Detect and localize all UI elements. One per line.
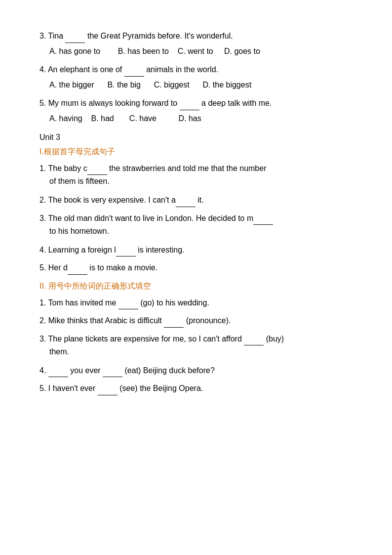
unit3-q5: 5. Her d is to make a movie. — [39, 261, 353, 275]
blank-u3-1 — [87, 162, 107, 175]
blank-u3-5 — [68, 261, 87, 275]
unit3-s2-q3-text: 3. The plane tickets are expensive for m… — [39, 333, 353, 346]
blank-s2-2 — [164, 314, 184, 328]
unit3-s2-q1: 1. Tom has invited me (go) to his weddin… — [39, 297, 353, 310]
unit3-title: Unit 3 — [39, 131, 353, 144]
blank-u3-3 — [253, 212, 273, 225]
unit3-q4: 4. Learning a foreign l is interesting. — [39, 244, 353, 257]
unit3-s2-q2: 2. Mike thinks that Arabic is difficult … — [39, 314, 353, 328]
unit3-q4-text: 4. Learning a foreign l is interesting. — [39, 244, 353, 257]
unit3-q3: 3. The old man didn't want to live in Lo… — [39, 212, 353, 238]
unit3-s2-q3-cont: them. — [39, 345, 353, 358]
blank-u3-2 — [176, 194, 196, 207]
unit3-q5-text: 5. Her d is to make a movie. — [39, 261, 353, 275]
question-4-text: 4. An elephant is one of animals in the … — [39, 63, 353, 77]
unit3-s2-q5: 5. I haven't ever (see) the Beijing Oper… — [39, 382, 353, 395]
unit3-q2: 2. The book is very expensive. I can't a… — [39, 194, 353, 207]
blank-s2-5 — [98, 382, 118, 395]
unit3-s2-q3: 3. The plane tickets are expensive for m… — [39, 333, 353, 358]
unit3-q1-text: 1. The baby c the strawberries and told … — [39, 162, 353, 175]
unit3-q2-text: 2. The book is very expensive. I can't a… — [39, 194, 353, 207]
unit3-s2-q4: 4. you ever (eat) Beijing duck before? — [39, 364, 353, 378]
question-4: 4. An elephant is one of animals in the … — [39, 63, 353, 91]
blank-4 — [124, 63, 144, 77]
question-3: 3. Tina the Great Pyramids before. It's … — [39, 30, 353, 57]
question-4-options: A. the bigger B. the big C. biggest D. t… — [39, 79, 353, 91]
blank-u3-4 — [116, 244, 136, 257]
unit3-q3-text: 3. The old man didn't want to live in Lo… — [39, 212, 353, 225]
blank-s2-1 — [118, 297, 138, 310]
question-5-options: A. having B. had C. have D. has — [39, 112, 353, 125]
question-3-text: 3. Tina the Great Pyramids before. It's … — [39, 30, 353, 43]
unit3-s2-q1-text: 1. Tom has invited me (go) to his weddin… — [39, 297, 353, 310]
blank-3 — [65, 30, 85, 43]
section2-instruction: II. 用号中所给词的正确形式填空 — [39, 280, 353, 293]
blank-s2-4a — [48, 364, 68, 378]
unit3-q3-cont: to his hometown. — [39, 225, 353, 238]
blank-s2-4b — [103, 364, 122, 378]
question-3-options: A. has gone to B. has been to C. went to… — [39, 45, 353, 58]
unit3-s2-q4-text: 4. you ever (eat) Beijing duck before? — [39, 364, 353, 378]
unit3-s2-q2-text: 2. Mike thinks that Arabic is difficult … — [39, 314, 353, 328]
unit3-s2-q5-text: 5. I haven't ever (see) the Beijing Oper… — [39, 382, 353, 395]
unit3-q1-cont: of them is fifteen. — [39, 175, 353, 188]
question-5: 5. My mum is always looking forward to a… — [39, 97, 353, 125]
unit3-q1: 1. The baby c the strawberries and told … — [39, 162, 353, 188]
section1-instruction: I.根据首字母完成句子 — [39, 145, 353, 158]
question-5-text: 5. My mum is always looking forward to a… — [39, 97, 353, 110]
blank-5 — [180, 97, 199, 110]
blank-s2-3 — [244, 333, 264, 346]
